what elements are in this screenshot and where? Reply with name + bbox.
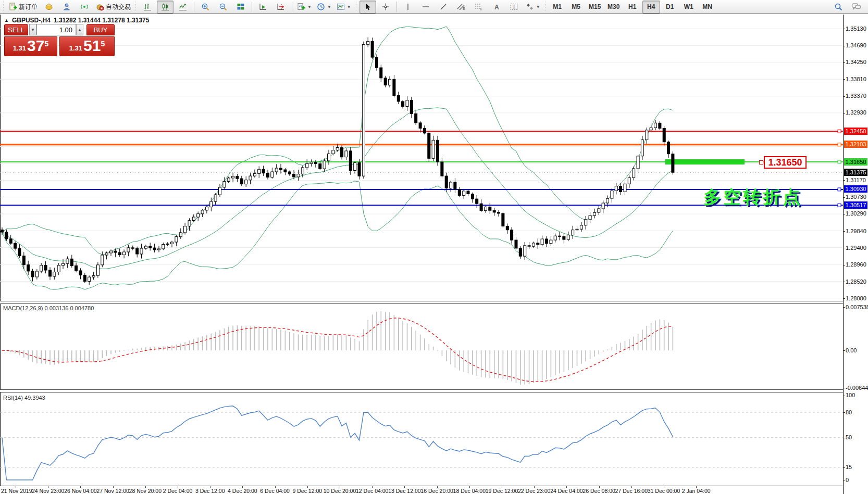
rsi-axis-label: 15	[846, 464, 852, 470]
chevron-down-icon: ▼	[347, 5, 351, 9]
timeframe-m15-button[interactable]: M15	[586, 1, 604, 14]
chat-button[interactable]	[848, 1, 864, 14]
horizontal-line-button[interactable]	[417, 1, 434, 14]
chart-shift-icon	[277, 3, 285, 11]
crosshair-button[interactable]	[377, 1, 394, 14]
rsi-label: RSI(14) 49.3943	[3, 395, 45, 401]
auto-scroll-button[interactable]	[255, 1, 271, 14]
toolbar-drag-handle[interactable]	[135, 2, 137, 12]
price-callout-label[interactable]: 1.31650	[764, 156, 807, 169]
vertical-line-button[interactable]	[400, 1, 416, 14]
signals-button[interactable]	[76, 1, 93, 14]
periods-button[interactable]: ▼	[315, 1, 333, 14]
time-axis-label: 9 Dec 12:00	[292, 488, 322, 494]
buy-price-prefix: 1.31	[69, 43, 82, 54]
volume-increase-button[interactable]: ▲	[76, 24, 83, 35]
chinese-annotation[interactable]: 多空转折点	[703, 185, 802, 209]
price-chart-canvas[interactable]	[0, 15, 843, 301]
timeframe-m1-button[interactable]: M1	[549, 1, 566, 14]
time-axis-label: 6 Dec 04:00	[260, 488, 290, 494]
bar-chart-button[interactable]	[139, 1, 156, 14]
toolbar-drag-handle[interactable]	[3, 2, 5, 12]
timeframe-h1-button[interactable]: H1	[624, 1, 641, 14]
timeframe-w1-button[interactable]: W1	[680, 1, 698, 14]
rsi-chart-canvas[interactable]	[0, 392, 843, 486]
candlestick-chart-button[interactable]	[157, 1, 173, 14]
template-icon	[337, 3, 345, 11]
gold-purse-icon	[45, 3, 53, 11]
deposit-button[interactable]	[41, 1, 57, 14]
price-axis-tick	[843, 282, 845, 282]
equidistant-channel-button[interactable]: E	[453, 1, 469, 14]
chevron-down-icon: ▼	[536, 5, 540, 9]
auto-trading-icon	[96, 3, 104, 11]
price-line-label[interactable]: 1.30930	[844, 185, 867, 193]
toolbar-separator	[292, 2, 292, 12]
timeframe-mn-button[interactable]: MN	[699, 1, 716, 14]
buy-button[interactable]: BUY	[86, 24, 115, 35]
volume-decrease-button[interactable]: ▼	[29, 24, 36, 35]
toolbar-drag-handle[interactable]	[355, 2, 357, 12]
triangle-down-icon: ▼	[31, 28, 35, 32]
indicators-button[interactable]: ▼	[295, 1, 314, 14]
timeframe-m30-button[interactable]: M30	[605, 1, 623, 14]
buy-price-sup: 5	[101, 40, 105, 47]
price-axis	[843, 15, 868, 494]
price-axis-label: 1.29840	[846, 228, 866, 234]
zoom-in-button[interactable]	[197, 1, 214, 14]
fibonacci-button[interactable]: F	[470, 1, 487, 14]
price-line-label[interactable]: 1.32450	[844, 128, 867, 135]
price-line-label[interactable]: 1.32103	[844, 141, 867, 148]
timeframe-d1-button[interactable]: D1	[661, 1, 679, 14]
cursor-button[interactable]	[359, 1, 376, 14]
clock-icon	[317, 3, 325, 11]
price-axis-tick	[843, 96, 845, 97]
volume-input[interactable]	[36, 24, 76, 35]
auto-trading-button[interactable]: 自动交易	[94, 1, 133, 14]
buy-label: BUY	[94, 26, 108, 34]
zoom-out-button[interactable]	[215, 1, 231, 14]
search-icon	[834, 3, 843, 11]
sell-price-button[interactable]: 1.31 37 5	[4, 36, 57, 56]
buy-price-button[interactable]: 1.31 51 5	[59, 36, 115, 56]
price-line-label[interactable]: 1.31650	[844, 158, 867, 166]
search-button[interactable]	[830, 1, 847, 14]
chart-shift-button[interactable]	[272, 1, 289, 14]
price-axis-tick	[843, 298, 845, 299]
price-line-label[interactable]: 1.30517	[844, 201, 867, 209]
bar-chart-icon	[143, 3, 152, 11]
zoom-in-icon	[201, 3, 210, 11]
price-axis-tick	[843, 62, 845, 63]
toolbar-drag-handle[interactable]	[544, 2, 547, 12]
collapse-panel-icon[interactable]: ▲	[4, 18, 9, 23]
timeframe-m5-button[interactable]: M5	[567, 1, 585, 14]
macd-axis-label: 0.007538	[846, 304, 868, 310]
triangle-up-icon: ▲	[78, 28, 82, 32]
sell-button[interactable]: SELL	[4, 24, 28, 35]
macd-axis-label: 0.00	[846, 347, 857, 353]
text-button[interactable]: A	[488, 1, 505, 14]
line-chart-button[interactable]	[175, 1, 191, 14]
toolbar-separator	[194, 2, 194, 12]
time-axis-label: 21 Nov 2019	[1, 488, 32, 494]
price-axis-label: 1.34250	[846, 59, 866, 65]
text-label-button[interactable]: T	[506, 1, 523, 14]
arrows-button[interactable]: ▼	[524, 1, 542, 14]
chevron-down-icon: ▼	[327, 5, 331, 9]
market-depth-button[interactable]	[58, 1, 75, 14]
templates-button[interactable]: ▼	[334, 1, 353, 14]
price-axis-label: 1.35130	[846, 26, 866, 32]
text-icon: A	[493, 3, 500, 11]
macd-chart-canvas[interactable]	[0, 304, 843, 389]
callout-anchor-marker[interactable]	[759, 160, 763, 164]
rsi-axis-label: 0	[846, 477, 849, 483]
text-label-icon: T	[510, 3, 519, 11]
timeframe-h4-button[interactable]: H4	[642, 1, 660, 14]
tile-windows-button[interactable]	[232, 1, 249, 14]
trendline-button[interactable]	[435, 1, 452, 14]
new-order-button[interactable]: 新订单	[7, 1, 40, 14]
buy-price-big: 51	[83, 38, 101, 54]
price-axis-tick	[843, 79, 845, 80]
price-line-label[interactable]: 1.31375	[844, 169, 867, 176]
time-axis-label: 22 Dec 23:00	[518, 488, 550, 494]
